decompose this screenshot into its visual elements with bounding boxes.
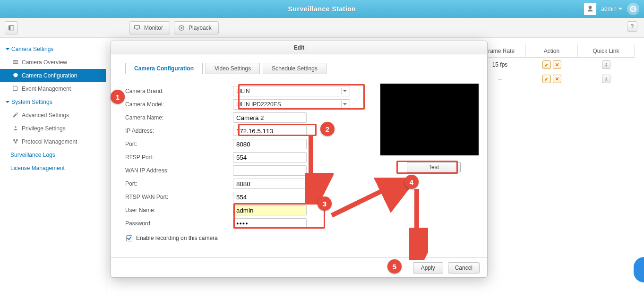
svg-rect-11 — [15, 142, 17, 144]
chevron-down-icon — [341, 88, 348, 94]
label-name: Camera Name: — [125, 114, 233, 121]
globe-icon[interactable] — [627, 3, 639, 15]
svg-rect-7 — [13, 63, 18, 64]
sidebar-item-label: Camera Configuration — [22, 72, 77, 79]
chevron-down-icon — [6, 48, 9, 50]
app-title: Surveillance Station — [0, 5, 644, 13]
sidebar-item-label: Camera Overview — [22, 59, 67, 66]
input-ip[interactable] — [233, 126, 307, 136]
sidebar-item-camera-overview[interactable]: Camera Overview — [0, 56, 106, 69]
select-brand[interactable]: LILIN — [233, 86, 350, 96]
svg-rect-10 — [16, 139, 18, 141]
monitor-button[interactable]: Monitor — [129, 21, 170, 34]
sidebar-item-advanced[interactable]: Advanced Settings — [0, 109, 106, 122]
sidebar-item-label: Protocol Management — [22, 138, 77, 145]
sidebar-item-event-mgmt[interactable]: Event Management — [0, 82, 106, 95]
input-password[interactable] — [233, 218, 307, 229]
col-action[interactable]: Action — [526, 44, 578, 57]
grid-header: Frame Rate Action Quick Link — [474, 44, 635, 58]
input-username[interactable] — [233, 205, 307, 215]
checkbox-enable-recording[interactable] — [126, 235, 132, 241]
help-button[interactable]: ? — [627, 21, 637, 32]
svg-rect-2 — [135, 26, 140, 29]
cancel-button[interactable]: Cancel — [448, 262, 480, 273]
user-menu[interactable]: admin — [601, 6, 622, 12]
svg-rect-3 — [136, 29, 138, 30]
monitor-label: Monitor — [144, 25, 163, 31]
sidebar-group-system[interactable]: System Settings — [0, 95, 106, 109]
quick-link-icon[interactable] — [602, 60, 610, 69]
sidebar-item-label: Advanced Settings — [22, 112, 69, 119]
svg-point-8 — [15, 126, 17, 128]
tab-schedule-settings[interactable]: Schedule Settings — [263, 63, 326, 74]
sidebar-link-license[interactable]: License Management — [0, 162, 106, 175]
label-rtspwan: RTSP WAN Port: — [125, 194, 233, 200]
input-rtsp-wan[interactable] — [233, 192, 307, 202]
select-value: LILIN — [236, 88, 250, 94]
user-name: admin — [601, 6, 617, 12]
avatar-icon[interactable] — [584, 3, 596, 15]
sidebar: Camera Settings Camera Overview Camera C… — [0, 38, 106, 299]
label-rtsp: RTSP Port: — [125, 154, 233, 161]
edit-icon[interactable] — [542, 75, 551, 83]
sidebar-link-logs[interactable]: Surveillance Logs — [0, 148, 106, 162]
svg-point-13 — [606, 77, 607, 79]
camera-preview — [380, 84, 479, 155]
test-button[interactable]: Test — [407, 162, 461, 172]
col-quick-link[interactable]: Quick Link — [578, 44, 635, 57]
playback-button[interactable]: Playback — [174, 21, 219, 34]
sidebar-item-protocol[interactable]: Protocol Management — [0, 135, 106, 148]
label-wanport: Port: — [125, 180, 233, 187]
tab-video-settings[interactable]: Video Settings — [206, 63, 260, 74]
quick-link-icon[interactable] — [602, 75, 610, 83]
svg-rect-5 — [13, 60, 18, 61]
input-port[interactable] — [233, 139, 307, 149]
dialog-tabs: Camera Configuration Video Settings Sche… — [125, 63, 480, 74]
label-brand: Camera Brand: — [125, 88, 233, 94]
label-enable-recording: Enable recording on this camera — [136, 235, 218, 241]
label-port: Port: — [125, 141, 233, 147]
input-wan-ip[interactable] — [233, 165, 307, 176]
sidebar-group-label: Camera Settings — [11, 46, 53, 52]
label-ip: IP Address: — [125, 128, 233, 134]
label-pass: Password: — [125, 220, 233, 227]
playback-label: Playback — [189, 25, 212, 31]
apply-button[interactable]: Apply — [413, 262, 443, 273]
input-camera-name[interactable] — [233, 112, 307, 123]
panel-toggle-icon[interactable] — [5, 21, 18, 34]
sidebar-item-camera-config[interactable]: Camera Configuration — [0, 69, 106, 82]
table-row: 15 fps — [474, 58, 635, 72]
edit-dialog: Edit Camera Configuration Video Settings… — [111, 41, 488, 278]
select-value: LILIN IPD2220ES — [236, 101, 281, 108]
chevron-down-icon — [341, 101, 348, 108]
input-wan-port[interactable] — [233, 179, 307, 189]
svg-rect-9 — [13, 139, 15, 141]
edit-icon[interactable] — [542, 60, 551, 69]
sidebar-group-label: System Settings — [11, 99, 52, 105]
delete-icon[interactable] — [553, 75, 561, 83]
dialog-title: Edit — [111, 41, 487, 54]
label-user: User Name: — [125, 207, 233, 214]
chevron-down-icon — [6, 101, 9, 103]
svg-point-12 — [606, 63, 607, 65]
input-rtsp[interactable] — [233, 152, 307, 162]
svg-rect-6 — [13, 61, 18, 62]
svg-rect-1 — [9, 26, 11, 30]
sidebar-item-label: Event Management — [22, 85, 71, 92]
select-model[interactable]: LILIN IPD2220ES — [233, 99, 350, 110]
tab-camera-config[interactable]: Camera Configuration — [125, 63, 203, 74]
table-row: -- — [474, 72, 635, 86]
label-model: Camera Model: — [125, 101, 233, 108]
sidebar-item-label: Privilege Settings — [22, 125, 66, 132]
toolbar: Monitor Playback ? — [0, 18, 644, 38]
topbar: Surveillance Station admin — [0, 0, 644, 18]
label-wanip: WAN IP Address: — [125, 167, 233, 174]
sidebar-item-privilege[interactable]: Privilege Settings — [0, 122, 106, 135]
sidebar-group-camera[interactable]: Camera Settings — [0, 43, 106, 56]
delete-icon[interactable] — [553, 60, 561, 69]
